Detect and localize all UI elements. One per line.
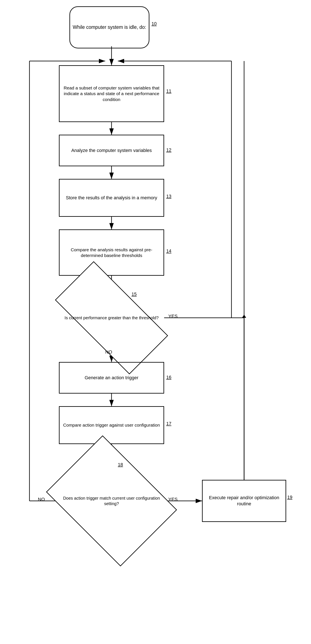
box3-label: Store the results of the analysis in a m… xyxy=(66,195,157,201)
svg-marker-20 xyxy=(242,315,246,318)
ref-14: 14 xyxy=(166,248,171,254)
diamond1-inner: Is current performance greater than the … xyxy=(64,314,160,322)
box6-shape: Compare action trigger against user conf… xyxy=(59,406,164,444)
start-label: While computer system is idle, do: xyxy=(73,24,146,30)
diamond1-label: Is current performance greater than the … xyxy=(64,316,159,320)
start-shape: While computer system is idle, do: xyxy=(70,6,150,48)
box2-label: Analyze the computer system variables xyxy=(71,148,152,154)
diamond2-shape: Does action trigger match current user c… xyxy=(46,436,177,566)
box1-label: Read a subset of computer system variabl… xyxy=(62,85,162,102)
diamond2-inner: Does action trigger match current user c… xyxy=(60,494,164,508)
ref-13: 13 xyxy=(166,194,171,199)
box7-label: Execute repair and/or optimization routi… xyxy=(205,495,284,507)
box2-shape: Analyze the computer system variables xyxy=(59,135,164,166)
ref-19: 19 xyxy=(287,494,292,500)
diamond2-yes-label: YES xyxy=(168,497,178,502)
ref-18: 18 xyxy=(118,462,123,468)
ref-15: 15 xyxy=(132,292,136,297)
box1-shape: Read a subset of computer system variabl… xyxy=(59,65,164,122)
ref-10: 10 xyxy=(152,21,156,26)
box7-shape: Execute repair and/or optimization routi… xyxy=(202,480,286,522)
svg-point-18 xyxy=(110,60,113,62)
box4-shape: Compare the analysis results against pre… xyxy=(59,230,164,276)
box6-label: Compare action trigger against user conf… xyxy=(63,422,160,428)
box5-shape: Generate an action trigger xyxy=(59,362,164,394)
box3-shape: Store the results of the analysis in a m… xyxy=(59,179,164,217)
flowchart-diagram: While computer system is idle, do: 10 Re… xyxy=(0,0,311,644)
diamond1-yes-label: YES xyxy=(168,314,178,319)
diamond1-no-label: NO xyxy=(105,349,112,355)
diamond2-label: Does action trigger match current user c… xyxy=(63,496,160,506)
ref-12: 12 xyxy=(166,147,171,153)
box4-label: Compare the analysis results against pre… xyxy=(62,247,162,258)
ref-17: 17 xyxy=(166,421,171,426)
diamond1-shape: Is current performance greater than the … xyxy=(55,261,168,374)
ref-11: 11 xyxy=(166,88,171,94)
diamond2-no-label: NO xyxy=(38,497,45,502)
ref-16: 16 xyxy=(166,374,171,380)
box5-label: Generate an action trigger xyxy=(84,375,138,381)
